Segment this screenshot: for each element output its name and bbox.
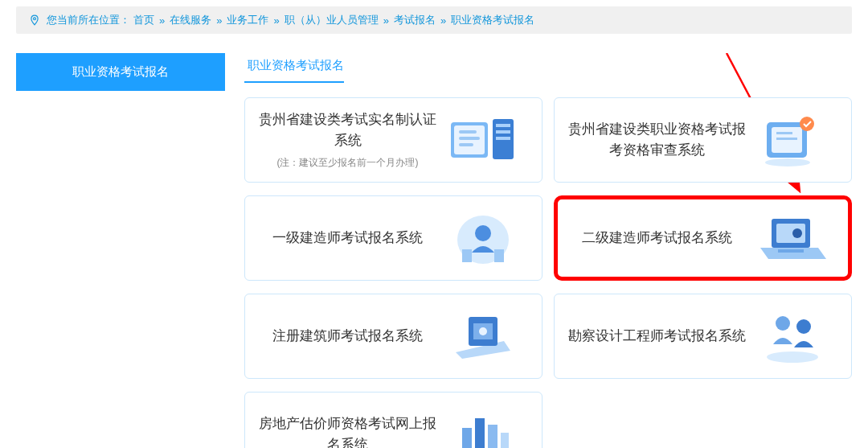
breadcrumb-item-4[interactable]: 考试报名 bbox=[394, 13, 436, 27]
card-illustration bbox=[439, 303, 527, 369]
svg-rect-15 bbox=[776, 138, 797, 140]
card-title: 贵州省建设类职业资格考试报考资格审查系统 bbox=[568, 121, 746, 157]
card-title: 房地产估价师资格考试网上报名系统 bbox=[259, 416, 436, 448]
breadcrumb-item-1[interactable]: 在线服务 bbox=[170, 13, 211, 27]
breadcrumb-item-3[interactable]: 职（从）业人员管理 bbox=[285, 13, 379, 27]
svg-rect-36 bbox=[501, 433, 509, 448]
svg-rect-11 bbox=[496, 137, 510, 140]
svg-point-19 bbox=[475, 225, 491, 241]
card-survey-design-engineer[interactable]: 勘察设计工程师考试报名系统 bbox=[554, 294, 852, 379]
card-illustration bbox=[439, 107, 527, 173]
svg-point-17 bbox=[765, 158, 810, 166]
svg-rect-33 bbox=[462, 428, 472, 448]
card-realname-auth[interactable]: 贵州省建设类考试实名制认证系统 (注：建议至少报名前一个月办理) bbox=[244, 97, 542, 183]
content: 职业资格考试报名 贵州省建设类考试实名制认证系统 (注：建议至少报名前一个月办理… bbox=[244, 53, 852, 448]
svg-point-29 bbox=[767, 351, 818, 363]
card-title: 贵州省建设类考试实名制认证系统 bbox=[259, 112, 436, 147]
card-illustration bbox=[748, 303, 837, 369]
svg-point-30 bbox=[776, 316, 790, 331]
svg-rect-9 bbox=[496, 124, 510, 127]
card-illustration bbox=[439, 401, 527, 448]
breadcrumb-sep: » bbox=[440, 14, 446, 27]
card-note: (注：建议至少报名前一个月办理) bbox=[256, 155, 439, 171]
card-level1-engineer[interactable]: 一级建造师考试报名系统 bbox=[244, 195, 542, 281]
card-title: 一级建造师考试报名系统 bbox=[272, 230, 423, 245]
breadcrumb-sep: » bbox=[383, 14, 389, 27]
svg-rect-14 bbox=[776, 132, 792, 134]
card-qualification-review[interactable]: 贵州省建设类职业资格考试报考资格审查系统 bbox=[554, 97, 852, 183]
svg-rect-34 bbox=[475, 418, 485, 448]
section-title: 职业资格考试报名 bbox=[244, 53, 344, 83]
card-title: 二级建造师考试报名系统 bbox=[582, 230, 732, 245]
svg-rect-35 bbox=[488, 425, 497, 448]
card-title: 勘察设计工程师考试报名系统 bbox=[568, 328, 746, 343]
breadcrumb-item-5[interactable]: 职业资格考试报名 bbox=[451, 13, 534, 27]
breadcrumb-label: 您当前所在位置： bbox=[47, 13, 130, 27]
location-icon bbox=[29, 14, 40, 26]
breadcrumb: 您当前所在位置： 首页 » 在线服务 » 业务工作 » 职（从）业人员管理 » … bbox=[16, 6, 852, 34]
sidebar: 职业资格考试报名 bbox=[16, 53, 225, 91]
breadcrumb-item-2[interactable]: 业务工作 bbox=[227, 13, 268, 27]
svg-rect-20 bbox=[462, 249, 472, 262]
svg-point-0 bbox=[34, 18, 36, 20]
svg-rect-21 bbox=[494, 249, 504, 262]
card-illustration bbox=[748, 205, 837, 271]
svg-rect-6 bbox=[459, 137, 480, 140]
svg-rect-5 bbox=[459, 130, 477, 134]
card-level2-engineer[interactable]: 二级建造师考试报名系统 bbox=[554, 195, 852, 281]
breadcrumb-item-0[interactable]: 首页 bbox=[133, 13, 154, 27]
breadcrumb-sep: » bbox=[216, 14, 222, 27]
cards-grid: 贵州省建设类考试实名制认证系统 (注：建议至少报名前一个月办理) bbox=[244, 97, 852, 448]
svg-rect-10 bbox=[496, 130, 510, 134]
card-illustration bbox=[748, 107, 837, 173]
sidebar-item-exam-registration[interactable]: 职业资格考试报名 bbox=[16, 53, 225, 91]
card-real-estate-appraiser[interactable]: 房地产估价师资格考试网上报名系统 bbox=[244, 392, 542, 448]
svg-point-16 bbox=[800, 117, 814, 131]
breadcrumb-sep: » bbox=[273, 14, 279, 27]
card-registered-architect[interactable]: 注册建筑师考试报名系统 bbox=[244, 294, 542, 379]
svg-rect-7 bbox=[459, 143, 473, 146]
svg-point-24 bbox=[792, 228, 802, 238]
card-illustration bbox=[439, 205, 527, 271]
svg-point-28 bbox=[479, 327, 487, 335]
svg-rect-25 bbox=[778, 249, 804, 253]
sidebar-item-label: 职业资格考试报名 bbox=[72, 64, 169, 78]
card-title: 注册建筑师考试报名系统 bbox=[272, 328, 423, 343]
breadcrumb-sep: » bbox=[159, 14, 165, 27]
svg-point-31 bbox=[796, 319, 811, 334]
